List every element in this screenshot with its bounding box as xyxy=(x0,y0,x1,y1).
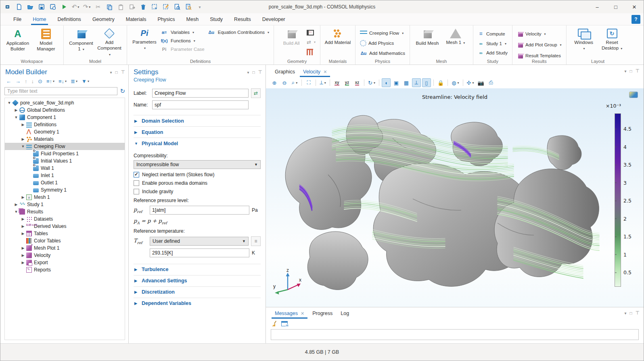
build-all-button[interactable]: Build All xyxy=(277,27,305,48)
tree-item-fluid-properties-1[interactable]: Fluid Properties 1 xyxy=(5,150,125,157)
scene-config-icon[interactable]: ✣▾ xyxy=(466,78,475,87)
settings-pin-icon[interactable]: ⊤ xyxy=(258,69,262,75)
tree-item-materials[interactable]: ▶Materials xyxy=(5,136,125,143)
grid-toggle[interactable]: ▦ xyxy=(402,78,411,87)
lock-view-icon[interactable]: 🔒 xyxy=(436,78,445,87)
tab-progress[interactable]: Progress xyxy=(308,309,337,319)
tree-item-global-definitions[interactable]: ▶Global Definitions xyxy=(5,106,125,114)
expanded-arrow-icon[interactable]: ▼ xyxy=(6,101,12,105)
checkbox-include-gravity[interactable]: Include gravity xyxy=(134,189,261,194)
settings-float-icon[interactable]: □ xyxy=(253,70,255,75)
tree-item-reports[interactable]: Reports xyxy=(5,266,125,273)
zoom-in-icon[interactable]: ⊕ xyxy=(270,78,279,87)
run-icon[interactable] xyxy=(59,2,69,12)
tree-item-wall-1[interactable]: Wall 1 xyxy=(5,165,125,172)
redo-icon[interactable]: ↷▾ xyxy=(82,2,92,12)
tree-item-study-1[interactable]: ▶Study 1 xyxy=(5,201,125,208)
view-yz-button[interactable]: yz xyxy=(343,78,351,87)
panel-menu-icon[interactable]: ▾ xyxy=(110,70,112,75)
section-equation[interactable]: ▶Equation xyxy=(134,126,261,138)
menu-materials[interactable]: Materials xyxy=(120,13,152,25)
section-domain-selection[interactable]: ▶Domain Selection xyxy=(134,115,261,126)
collapsed-arrow-icon[interactable]: ▶ xyxy=(13,108,19,112)
save-icon[interactable] xyxy=(37,2,46,12)
tree-item-definitions[interactable]: ▶Definitions xyxy=(5,121,125,128)
tab-graphics[interactable]: Graphics xyxy=(271,67,299,77)
update-geometry-button[interactable]: ⇄▾ xyxy=(305,39,317,46)
qat-customize-icon[interactable]: ▾ xyxy=(195,2,205,12)
tab-log[interactable]: Log xyxy=(337,309,353,319)
temperature-input[interactable] xyxy=(150,248,249,257)
functions-button[interactable]: f(x)Functions▾ xyxy=(159,38,206,44)
cut-icon[interactable]: ✂ xyxy=(93,2,103,12)
tree-item-results[interactable]: ▼Results xyxy=(5,208,125,215)
tree-filter-input[interactable] xyxy=(4,87,117,95)
add-study-button[interactable]: ∞Add Study xyxy=(477,50,509,56)
go-to-view-icon[interactable]: ⟂▾ xyxy=(318,78,327,87)
print-icon[interactable]: ⎙ xyxy=(487,78,496,87)
menu-home[interactable]: Home xyxy=(27,13,52,25)
color-legend-toggle[interactable]: ▯ xyxy=(422,78,431,87)
section-dependent-variables[interactable]: ▶Dependent Variables xyxy=(134,298,261,309)
preview-icon[interactable] xyxy=(172,2,182,12)
transparency-toggle[interactable]: ▣ xyxy=(392,78,401,87)
add-mathematics-button[interactable]: ΔuAdd Mathematics xyxy=(359,50,406,56)
expanded-arrow-icon[interactable]: ▼ xyxy=(20,144,26,148)
tree-item-symmetry-1[interactable]: Symmetry 1 xyxy=(5,186,125,194)
ref-temperature-select[interactable]: User defined ▼ xyxy=(150,237,249,246)
tree-item-velocity[interactable]: ▶Velocity xyxy=(5,252,125,259)
equation-contributions-button[interactable]: ΔuEquation Contributions▾ xyxy=(206,29,270,35)
ref-pressure-input[interactable] xyxy=(150,206,249,215)
settings-menu-icon[interactable]: ▾ xyxy=(247,70,249,75)
tree-item-color-tables[interactable]: Color Tables xyxy=(5,237,125,244)
virtual-operations-button[interactable] xyxy=(305,48,317,56)
build-mesh-button[interactable]: Build Mesh xyxy=(413,27,441,48)
menu-file[interactable]: File xyxy=(8,13,27,25)
tree-item-mesh-plot-1[interactable]: ▶Mesh Plot 1 xyxy=(5,244,125,252)
model-tree-node-text-icon[interactable]: ≣▾ xyxy=(69,78,79,85)
collapsed-arrow-icon[interactable]: ▶ xyxy=(20,261,26,265)
open-file-icon[interactable] xyxy=(25,2,35,12)
expand-all-icon[interactable]: ≡↓▾ xyxy=(57,78,68,85)
collapsed-arrow-icon[interactable]: ▶ xyxy=(20,137,26,141)
back-icon[interactable]: ← xyxy=(4,78,13,85)
menu-results[interactable]: Results xyxy=(228,13,257,25)
filter-funnel-icon[interactable]: ▼▾ xyxy=(80,78,91,85)
undo-icon[interactable]: ↶▾ xyxy=(71,2,80,12)
menu-mesh[interactable]: Mesh xyxy=(181,13,205,25)
menu-physics[interactable]: Physics xyxy=(152,13,180,25)
zoom-box-icon[interactable]: ⌕▾ xyxy=(290,78,299,87)
windows-button[interactable]: Windows▾ xyxy=(570,27,598,53)
zoom-extents-icon[interactable]: ⛶ xyxy=(304,78,313,87)
parameter-case-button[interactable]: PiParameter Case xyxy=(159,46,206,52)
tree-item-initial-values-1[interactable]: Initial Values 1 xyxy=(5,157,125,165)
collapsed-arrow-icon[interactable]: ▶ xyxy=(20,123,26,127)
unchecked-checkbox-icon[interactable] xyxy=(134,180,139,186)
collapsed-arrow-icon[interactable]: ▶ xyxy=(20,246,26,250)
section-advanced-settings[interactable]: ▶Advanced Settings xyxy=(134,275,261,286)
rotate-view-icon[interactable]: ↻▾ xyxy=(367,78,376,87)
tree-item-creeping-flow[interactable]: ▼Creeping Flow xyxy=(5,143,125,150)
collapse-all-icon[interactable]: ≡↑▾ xyxy=(45,78,56,85)
add-component-button[interactable]: Add Component ▾ xyxy=(95,27,123,58)
component-1-button[interactable]: Component 1 ▾ xyxy=(67,27,95,54)
tree-item-datasets[interactable]: ▶Datasets xyxy=(5,215,125,223)
model-manager-button[interactable]: Model Manager xyxy=(32,27,60,54)
menu-developer[interactable]: Developer xyxy=(257,13,291,25)
refresh-filter-icon[interactable]: ↻ xyxy=(120,88,125,95)
messages-output[interactable] xyxy=(271,329,639,340)
environment-icon[interactable]: ◍▾ xyxy=(450,78,460,87)
checkbox-neglect-inertial-term-stokes-flow-[interactable]: Neglect inertial term (Stokes flow) xyxy=(134,172,261,177)
collapsed-arrow-icon[interactable]: ▶ xyxy=(20,232,26,236)
forward-icon[interactable]: → xyxy=(14,78,22,85)
name-input[interactable] xyxy=(152,100,249,109)
paste-icon[interactable] xyxy=(116,2,125,12)
save-as-icon[interactable] xyxy=(48,2,58,12)
reset-desktop-button[interactable]: ↻Reset Desktop ▾ xyxy=(598,27,626,53)
unchecked-checkbox-icon[interactable] xyxy=(134,189,139,194)
section-physical-model[interactable]: ▼ Physical Model xyxy=(134,138,261,149)
tab-velocity[interactable]: Velocity✕ xyxy=(299,67,331,77)
mesh-1-button[interactable]: Mesh 1 ▾ xyxy=(441,27,470,47)
menu-definitions[interactable]: Definitions xyxy=(52,13,87,25)
message-table-icon[interactable] xyxy=(281,321,288,326)
